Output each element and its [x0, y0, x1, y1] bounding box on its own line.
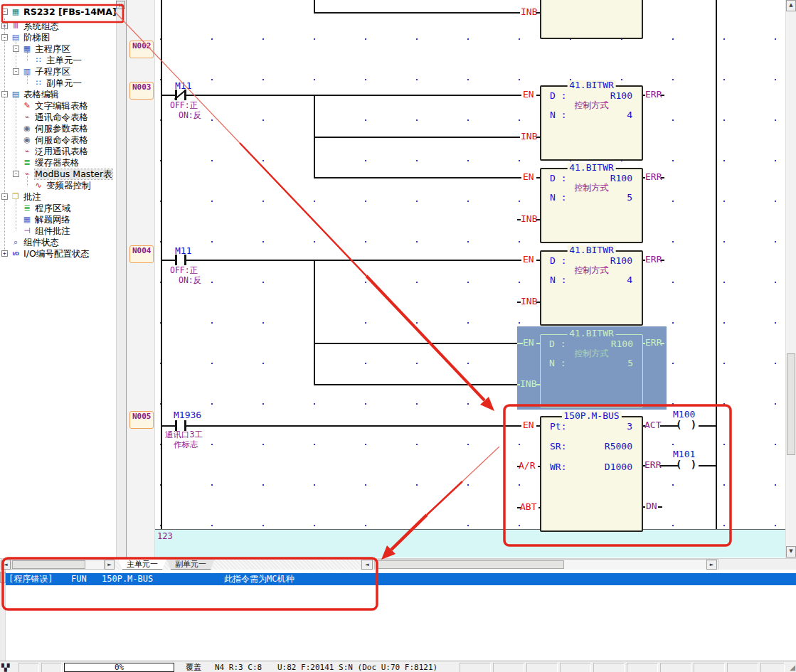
block-title: 41.BITWR — [567, 329, 616, 338]
network-label-n002[interactable]: N002 — [129, 41, 154, 58]
tree-item-ladder-diagram[interactable]: -▤阶梯图 — [0, 32, 127, 43]
expander-icon[interactable]: + — [1, 23, 8, 29]
tree-item-table-edit[interactable]: -▤表格编辑 — [0, 89, 127, 100]
tree-item-label: 泛用通讯表格 — [35, 146, 88, 156]
vertical-scrollbar-thumb[interactable] — [787, 353, 795, 455]
tree-item-annotation[interactable]: -❐批注 — [0, 191, 127, 203]
tree-item-comm-command-table[interactable]: ⌁通讯命令表格 — [0, 112, 127, 123]
close-icon[interactable]: ✕ — [116, 1, 125, 9]
expander-icon[interactable]: + — [1, 250, 8, 257]
tree-item-component-comment[interactable]: ⊣组件批注 — [0, 225, 127, 237]
scroll-right-icon[interactable]: ► — [105, 560, 115, 570]
sub-program-icon: ▥ — [21, 67, 33, 77]
tab-sub-unit[interactable]: 副单元一 — [166, 559, 215, 570]
tree-item-label: 组件批注 — [35, 226, 70, 236]
expander-icon[interactable]: - — [1, 34, 8, 41]
tree-item-text-edit-table[interactable]: ✎文字编辑表格 — [0, 100, 127, 112]
function-block-partial[interactable] — [540, 0, 643, 39]
tree-item-main-program[interactable]: -▦主程序区 — [0, 43, 127, 55]
tree-item-servo-param-table[interactable]: ◉伺服参数表格 — [0, 123, 127, 134]
tab-main-unit[interactable]: 主单元一 — [118, 559, 166, 570]
expander-icon[interactable]: - — [1, 9, 8, 15]
tree-item-system-config[interactable]: +Ⅲ系统组态 — [0, 21, 127, 32]
error-row[interactable]: [程序错误] FUN 150P.M-BUS 此指令需为MC机种 — [6, 573, 796, 585]
scroll-up-icon[interactable]: ▲ — [786, 0, 796, 11]
tree-item-sub-program[interactable]: -▥子程序区 — [0, 66, 127, 78]
expander-icon[interactable]: - — [13, 171, 19, 177]
tree-hscrollbar-thumb[interactable] — [12, 560, 85, 569]
ladder-hscrollbar-thumb[interactable] — [376, 560, 564, 569]
tree-scrollbar-track[interactable]: ✕ — [116, 0, 126, 558]
wire — [661, 95, 664, 96]
tree-item-io-config[interactable]: +I/OI/O编号配置状态 — [0, 248, 127, 260]
error-fun-keyword: FUN — [71, 573, 87, 585]
contact-comment: OFF:正 — [170, 266, 198, 275]
scroll-right-icon[interactable]: ► — [706, 560, 717, 570]
coil-symbol[interactable]: ( ) — [676, 420, 698, 430]
pin-en: EN — [523, 255, 534, 265]
scroll-left-icon[interactable]: ◄ — [1, 560, 11, 570]
function-block-bitwr-3[interactable]: 41.BITWR D : R100 控制方式 N : 4 — [540, 250, 643, 326]
tree-item-component-status[interactable]: ⌕组件状态 — [0, 237, 127, 248]
tree-hscrollbar-track[interactable] — [11, 560, 105, 570]
pin-inb: INB — [520, 379, 536, 389]
next-network-strip[interactable]: 123 — [155, 529, 785, 558]
tree-item-main-unit[interactable]: ∷主单元一 — [0, 55, 127, 66]
scroll-left-icon[interactable]: ◄ — [361, 560, 373, 570]
function-block-bitwr-1[interactable]: 41.BITWR D : R100 控制方式 N : 4 — [540, 85, 643, 161]
right-power-rail — [716, 0, 717, 529]
tree-item-generic-comm-table[interactable]: ⌁泛用通讯表格 — [0, 146, 127, 157]
coil-symbol[interactable]: ( ) — [676, 459, 698, 470]
expander-icon[interactable]: - — [13, 46, 19, 52]
contact-comment: ON:反 — [179, 111, 201, 120]
network-label-n005[interactable]: N005 — [129, 411, 154, 429]
ladder-diagram-icon: ▤ — [10, 33, 21, 43]
block-param-value: 5 — [583, 193, 632, 203]
program-region-icon: ≣ — [21, 203, 33, 213]
tree-item-modbus-master-table[interactable]: -⌁ModBus Master表 — [0, 169, 127, 180]
expander-icon[interactable]: - — [1, 91, 8, 97]
expander-icon[interactable]: - — [13, 68, 19, 75]
wire-branch — [314, 260, 315, 385]
tree-item-sub-unit[interactable]: ∷副单元一 — [0, 78, 127, 89]
pin-err: ERR — [644, 460, 661, 470]
vertical-scrollbar[interactable]: ▲ ▼ — [785, 0, 796, 558]
network-label-n003[interactable]: N003 — [129, 82, 154, 100]
tree-item-label: 伺服参数表格 — [35, 124, 88, 134]
resize-grip-icon[interactable]: ◢ — [790, 663, 795, 672]
scroll-down-icon[interactable]: ▼ — [786, 546, 796, 558]
pin-err: ERR — [645, 338, 662, 348]
expander-icon[interactable]: - — [1, 193, 8, 200]
component-status-icon: ⌕ — [10, 238, 21, 247]
wire-stub — [536, 219, 541, 220]
block-title: 150P.M-BUS — [561, 411, 621, 421]
wire — [186, 260, 521, 261]
contact-no[interactable] — [175, 255, 177, 265]
network-label-n004[interactable]: N004 — [129, 245, 154, 263]
network-gutter: N002 N003 N004 N005 — [127, 0, 155, 558]
wire — [699, 465, 716, 466]
tree-item-network-comment[interactable]: ▦解题网络 — [0, 214, 127, 225]
selected-block-highlight[interactable]: 41.BITWR D : R100 控制方式 N : 5 — [517, 326, 667, 410]
tree-item-label: RS232 [FBs-14MA] — [23, 7, 117, 17]
tree-item-inverter-control[interactable]: ∿变频器控制 — [0, 180, 127, 191]
function-block-bitwr-2[interactable]: 41.BITWR D : R100 控制方式 N : 5 — [540, 168, 643, 243]
tree-item-program-region[interactable]: ≣程序区域 — [0, 203, 127, 214]
tree-item-servo-command-table[interactable]: ◉伺服命令表格 — [0, 134, 127, 146]
statusbar-cell-empty — [560, 663, 591, 672]
block-title: 41.BITWR — [567, 163, 616, 173]
block-param-label: D : — [550, 256, 566, 266]
tree-item-root[interactable]: - ▦ RS232 [FBs-14MA] — [0, 6, 127, 19]
function-block-bitwr-4-selected[interactable]: 41.BITWR D : R100 控制方式 N : 5 — [540, 334, 643, 407]
tree-item-label: 文字编辑表格 — [35, 101, 88, 111]
error-panel-splitter[interactable] — [0, 572, 6, 583]
statusbar-icon: ▚▘ — [1, 663, 16, 672]
ladder-hscrollbar-track[interactable] — [374, 559, 718, 570]
pin-inb: INB — [521, 132, 537, 142]
tree-item-register-table[interactable]: ≣缓存器表格 — [0, 157, 127, 169]
block-param-label: N : — [550, 110, 566, 120]
statusbar-mode: 覆盖 — [176, 663, 211, 672]
ladder-canvas[interactable]: 123 — [155, 0, 785, 558]
wire — [661, 343, 664, 344]
function-block-mbus[interactable]: 150P.M-BUS Pt: 3 SR: R5000 WR: D1000 — [540, 416, 643, 532]
